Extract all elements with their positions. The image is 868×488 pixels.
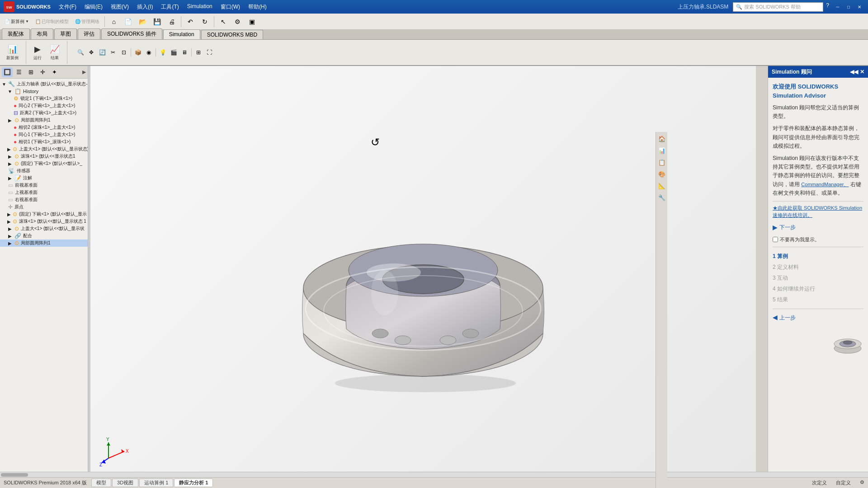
tree-item-sensor[interactable]: 📡 传感器 [0,167,88,174]
advisor-icon-4[interactable]: 🎨 [657,169,667,179]
result-button[interactable]: 📈 结果 [47,43,62,62]
run-button[interactable]: ▶ 运行 [31,43,44,62]
tree-item-note[interactable]: ▶ 📝 注解 [0,174,88,182]
minimize-button[interactable]: ─ [833,2,843,11]
menu-file[interactable]: 文件(F) [55,2,80,12]
tree-item-8[interactable]: ▶ ⊙ 上盖大<1> (默认<<默认_显示状态) [0,145,88,153]
redo-button[interactable]: ↻ [198,15,212,28]
view-zoom-button[interactable]: 🔍 [75,48,85,57]
tree-item-origin[interactable]: ✛ 原点 [0,203,88,211]
advisor-close-icon[interactable]: ✕ [860,69,864,75]
status-custom-1[interactable]: 次定义 [812,479,827,486]
tab-layout[interactable]: 布局 [31,28,53,39]
item10-toggle[interactable]: ▶ [7,161,13,166]
no-show-checkbox[interactable] [773,237,778,242]
item9-toggle[interactable]: ▶ [7,154,13,159]
full-screen-button[interactable]: ⛶ [204,48,214,57]
settings-button[interactable]: ⚙ [231,15,245,28]
tree-item-5[interactable]: ● 相切2 (滚珠<1>_上盖大<1>) [0,124,88,131]
menu-help[interactable]: 帮助(H) [245,2,270,12]
tab-sketch[interactable]: 草图 [54,28,77,39]
expand-icon[interactable]: ▶ [82,69,86,75]
close-button[interactable]: ✕ [854,2,864,11]
more-tools-button[interactable]: ▣ [245,15,259,28]
feature-manager-icon[interactable]: 🔲 [2,67,13,77]
display-manager-icon[interactable]: ✦ [49,67,60,77]
scroll-thumb[interactable] [1,473,28,477]
tree-item-17[interactable]: ▶ ⊙ (固定) 下碗<1> (默认<<默认_显示 [0,211,88,218]
tab-mbd[interactable]: SOLIDWORKS MBD [201,30,263,39]
tree-item-1[interactable]: ⚙ 锁定1 (下碗<1>_滚珠<1>) [0,95,88,102]
tab-plugins[interactable]: SOLIDWORKS 插件 [101,28,162,39]
tree-item-18[interactable]: ▶ ⊙ 滚珠<1> (默认<<默认_显示状态 1 [0,218,88,225]
tab-assembly[interactable]: 装配体 [2,28,30,39]
config-manager-icon[interactable]: ⊞ [25,67,36,77]
print-button[interactable]: 🖨 [165,15,179,28]
advisor-icon-1[interactable]: 🏠 [657,134,667,144]
tree-item-plane3[interactable]: ▭ 右视基准面 [0,196,88,203]
display-style-button[interactable]: 📦 [133,48,143,57]
item18-toggle[interactable]: ▶ [7,219,11,224]
maximize-button[interactable]: □ [844,2,854,11]
view-options-button[interactable]: ⊡ [119,48,129,57]
root-toggle[interactable]: ▼ [2,81,6,87]
advisor-collapse-icon[interactable]: ◀◀ [850,69,858,75]
status-tab-model[interactable]: 模型 [91,479,111,487]
apply-model-button[interactable]: 📋 已印制的模型 [33,17,71,26]
tree-item-10[interactable]: ▶ ⊙ (固定) 下碗<1> (默认<<默认>_ [0,160,88,167]
undo-button[interactable]: ↶ [184,15,197,28]
property-manager-icon[interactable]: ☰ [14,67,24,77]
item8-toggle[interactable]: ▶ [7,146,11,152]
scene-button[interactable]: 🎬 [169,48,179,57]
status-settings-icon[interactable]: ⚙ [860,479,864,486]
tab-evaluate[interactable]: 评估 [78,28,100,39]
new-instance-button[interactable]: 📄 新算例 ▼ [2,17,32,26]
item17-toggle[interactable]: ▶ [7,211,11,217]
save-button[interactable]: 💾 [151,15,164,28]
help-icon[interactable]: ? [823,2,832,11]
help-search-box[interactable]: 🔍 搜索 SOLIDWORKS 帮助 [733,2,823,12]
tree-item-plane2[interactable]: ▭ 上视基准面 [0,189,88,196]
tree-root-item[interactable]: ▼ 🔧 上压力轴承 (默认<<默认_显示状态-1>) [0,80,88,88]
tab-simulation[interactable]: Simulation [163,29,200,39]
menu-edit[interactable]: 编辑(E) [81,2,106,12]
status-custom-2[interactable]: 自定义 [836,479,851,486]
tree-item-4[interactable]: ▶ ⊙ 局部圆周阵列1 [0,117,88,124]
tree-item-mate[interactable]: ▶ 🔗 配合 [0,232,88,239]
prev-step-button[interactable]: ◀ 上一步 [773,313,863,322]
viewport-count-button[interactable]: ⊞ [193,48,203,57]
home-button[interactable]: ⌂ [107,15,121,28]
lighting-button[interactable]: 💡 [158,48,168,57]
menu-simulation[interactable]: Simulation [184,2,216,12]
array-toggle[interactable]: ▶ [7,240,13,246]
mate-toggle[interactable]: ▶ [7,233,13,239]
tree-item-3[interactable]: ⊟ 距离2 (下碗<1>_上盖大<1>) [0,109,88,117]
tree-item-array[interactable]: ▶ ⊙ 局部圆周阵列1 [0,239,88,247]
tree-item-9[interactable]: ▶ ⊙ 滚珠<1> (默认<<显示状态1 [0,153,88,160]
tree-item-7[interactable]: ● 相切1 (下碗<1>_滚珠<1>) [0,138,88,145]
view-setting-button[interactable]: 🖥 [179,48,189,57]
note-toggle[interactable]: ▶ [7,175,13,181]
next-step-button[interactable]: ▶ 下一步 [773,223,863,232]
item19-toggle[interactable]: ▶ [7,226,13,231]
status-tab-3dview[interactable]: 3D视图 [112,479,138,487]
select-button[interactable]: ↖ [217,15,230,28]
view-rotate-button[interactable]: 🔄 [97,48,107,57]
view-section-button[interactable]: ✂ [108,48,118,57]
dimbxpert-icon[interactable]: ✛ [37,67,48,77]
history-toggle[interactable]: ▼ [7,89,13,94]
advisor-icon-2[interactable]: 📊 [657,145,667,155]
advisor-icon-3[interactable]: 📋 [657,157,667,167]
tree-item-plane1[interactable]: ▭ 前视基准面 [0,182,88,189]
new-study-button[interactable]: 📊 新算例 [4,43,21,62]
hide-show-button[interactable]: ◉ [144,48,154,57]
open-button[interactable]: 📂 [136,15,150,28]
step-1[interactable]: 1 算例 [773,251,863,262]
tree-item-6[interactable]: ● 同心1 (下碗<1>_上盖大<1>) [0,131,88,138]
online-training-link[interactable]: ★由此处获取 SOLIDWORKS Simulation 速修的在线培训。 [773,204,863,219]
advisor-icon-5[interactable]: 📐 [657,181,667,191]
menu-view[interactable]: 视图(V) [107,2,132,12]
item4-toggle[interactable]: ▶ [7,117,13,123]
view-pan-button[interactable]: ✥ [86,48,96,57]
command-manager-link[interactable]: CommandManager、 [801,182,849,187]
